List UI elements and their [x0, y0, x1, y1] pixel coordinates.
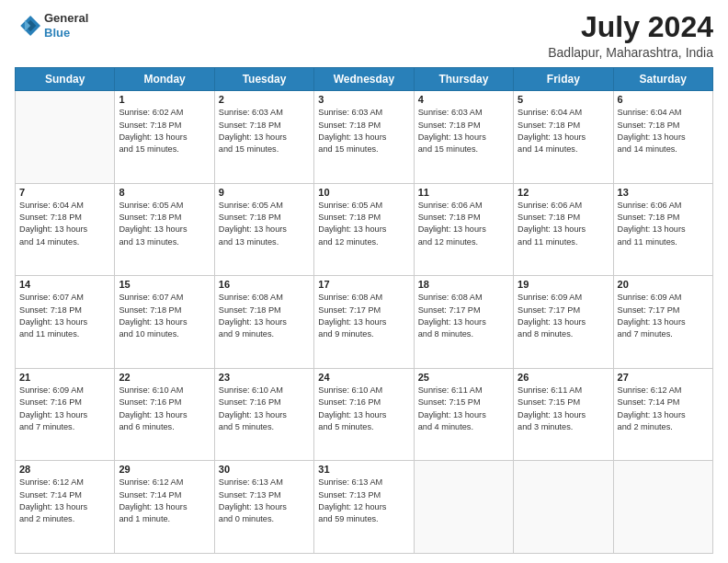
day-cell [16, 91, 115, 184]
day-cell: 11Sunrise: 6:06 AMSunset: 7:18 PMDayligh… [414, 183, 513, 276]
day-info: Sunrise: 6:13 AMSunset: 7:13 PMDaylight:… [318, 477, 409, 525]
day-info: Sunrise: 6:12 AMSunset: 7:14 PMDaylight:… [19, 477, 110, 525]
day-info: Sunrise: 6:09 AMSunset: 7:16 PMDaylight:… [19, 385, 110, 433]
page: General Blue July 2024 Badlapur, Maharas… [0, 0, 728, 563]
day-cell: 13Sunrise: 6:06 AMSunset: 7:18 PMDayligh… [613, 183, 712, 276]
logo-icon [15, 13, 40, 39]
day-cell: 9Sunrise: 6:05 AMSunset: 7:18 PMDaylight… [214, 183, 313, 276]
day-number: 31 [318, 464, 409, 475]
day-cell [514, 461, 613, 554]
day-cell: 18Sunrise: 6:08 AMSunset: 7:17 PMDayligh… [414, 276, 513, 369]
day-number: 24 [318, 372, 409, 383]
day-info: Sunrise: 6:11 AMSunset: 7:15 PMDaylight:… [418, 385, 509, 433]
day-info: Sunrise: 6:09 AMSunset: 7:17 PMDaylight:… [618, 292, 709, 340]
day-number: 27 [618, 372, 709, 383]
day-cell: 17Sunrise: 6:08 AMSunset: 7:17 PMDayligh… [314, 276, 414, 369]
day-cell: 7Sunrise: 6:04 AMSunset: 7:18 PMDaylight… [16, 183, 115, 276]
day-number: 2 [219, 94, 310, 105]
day-number: 5 [518, 94, 609, 105]
day-info: Sunrise: 6:12 AMSunset: 7:14 PMDaylight:… [618, 385, 709, 433]
day-info: Sunrise: 6:05 AMSunset: 7:18 PMDaylight:… [219, 200, 310, 248]
week-row-4: 21Sunrise: 6:09 AMSunset: 7:16 PMDayligh… [16, 368, 713, 461]
day-info: Sunrise: 6:02 AMSunset: 7:18 PMDaylight:… [119, 107, 210, 155]
day-header-tuesday: Tuesday [214, 68, 313, 91]
calendar-table: SundayMondayTuesdayWednesdayThursdayFrid… [15, 67, 713, 554]
day-header-friday: Friday [514, 68, 613, 91]
day-info: Sunrise: 6:10 AMSunset: 7:16 PMDaylight:… [318, 385, 409, 433]
day-info: Sunrise: 6:13 AMSunset: 7:13 PMDaylight:… [219, 477, 310, 525]
day-info: Sunrise: 6:06 AMSunset: 7:18 PMDaylight:… [518, 200, 609, 248]
day-cell: 20Sunrise: 6:09 AMSunset: 7:17 PMDayligh… [613, 276, 712, 369]
day-info: Sunrise: 6:04 AMSunset: 7:18 PMDaylight:… [19, 200, 110, 248]
day-info: Sunrise: 6:07 AMSunset: 7:18 PMDaylight:… [19, 292, 110, 340]
day-number: 26 [518, 372, 609, 383]
calendar-header-row: SundayMondayTuesdayWednesdayThursdayFrid… [16, 68, 713, 91]
day-number: 3 [318, 94, 409, 105]
day-cell: 27Sunrise: 6:12 AMSunset: 7:14 PMDayligh… [613, 368, 712, 461]
day-info: Sunrise: 6:04 AMSunset: 7:18 PMDaylight:… [618, 107, 709, 155]
day-cell: 21Sunrise: 6:09 AMSunset: 7:16 PMDayligh… [16, 368, 115, 461]
day-number: 23 [219, 372, 310, 383]
day-number: 29 [119, 464, 210, 475]
day-number: 25 [418, 372, 509, 383]
logo-text: General Blue [44, 11, 88, 40]
day-info: Sunrise: 6:06 AMSunset: 7:18 PMDaylight:… [418, 200, 509, 248]
day-number: 14 [19, 279, 110, 290]
day-cell: 5Sunrise: 6:04 AMSunset: 7:18 PMDaylight… [514, 91, 613, 184]
day-number: 11 [418, 187, 509, 198]
day-header-thursday: Thursday [414, 68, 513, 91]
location: Badlapur, Maharashtra, India [548, 45, 713, 60]
day-info: Sunrise: 6:03 AMSunset: 7:18 PMDaylight:… [219, 107, 310, 155]
day-number: 9 [219, 187, 310, 198]
day-cell: 15Sunrise: 6:07 AMSunset: 7:18 PMDayligh… [115, 276, 214, 369]
day-number: 28 [19, 464, 110, 475]
day-cell: 31Sunrise: 6:13 AMSunset: 7:13 PMDayligh… [314, 461, 414, 554]
month-year: July 2024 [548, 11, 713, 43]
day-cell: 29Sunrise: 6:12 AMSunset: 7:14 PMDayligh… [115, 461, 214, 554]
day-header-saturday: Saturday [613, 68, 712, 91]
day-number: 20 [618, 279, 709, 290]
logo-line1: General [44, 11, 88, 26]
day-cell: 30Sunrise: 6:13 AMSunset: 7:13 PMDayligh… [214, 461, 313, 554]
day-cell: 16Sunrise: 6:08 AMSunset: 7:18 PMDayligh… [214, 276, 313, 369]
day-cell: 14Sunrise: 6:07 AMSunset: 7:18 PMDayligh… [16, 276, 115, 369]
day-info: Sunrise: 6:09 AMSunset: 7:17 PMDaylight:… [518, 292, 609, 340]
day-info: Sunrise: 6:08 AMSunset: 7:18 PMDaylight:… [219, 292, 310, 340]
day-info: Sunrise: 6:03 AMSunset: 7:18 PMDaylight:… [418, 107, 509, 155]
day-cell: 6Sunrise: 6:04 AMSunset: 7:18 PMDaylight… [613, 91, 712, 184]
day-info: Sunrise: 6:03 AMSunset: 7:18 PMDaylight:… [318, 107, 409, 155]
day-cell: 22Sunrise: 6:10 AMSunset: 7:16 PMDayligh… [115, 368, 214, 461]
day-info: Sunrise: 6:10 AMSunset: 7:16 PMDaylight:… [219, 385, 310, 433]
day-number: 12 [518, 187, 609, 198]
day-number: 17 [318, 279, 409, 290]
week-row-3: 14Sunrise: 6:07 AMSunset: 7:18 PMDayligh… [16, 276, 713, 369]
day-number: 18 [418, 279, 509, 290]
day-number: 13 [618, 187, 709, 198]
day-number: 10 [318, 187, 409, 198]
day-cell: 24Sunrise: 6:10 AMSunset: 7:16 PMDayligh… [314, 368, 414, 461]
day-number: 7 [19, 187, 110, 198]
day-cell: 2Sunrise: 6:03 AMSunset: 7:18 PMDaylight… [214, 91, 313, 184]
day-cell: 8Sunrise: 6:05 AMSunset: 7:18 PMDaylight… [115, 183, 214, 276]
day-number: 16 [219, 279, 310, 290]
day-number: 1 [119, 94, 210, 105]
week-row-1: 1Sunrise: 6:02 AMSunset: 7:18 PMDaylight… [16, 91, 713, 184]
day-number: 15 [119, 279, 210, 290]
day-info: Sunrise: 6:08 AMSunset: 7:17 PMDaylight:… [418, 292, 509, 340]
day-info: Sunrise: 6:06 AMSunset: 7:18 PMDaylight:… [618, 200, 709, 248]
day-number: 4 [418, 94, 509, 105]
week-row-2: 7Sunrise: 6:04 AMSunset: 7:18 PMDaylight… [16, 183, 713, 276]
title-block: July 2024 Badlapur, Maharashtra, India [548, 11, 713, 60]
day-header-monday: Monday [115, 68, 214, 91]
day-number: 19 [518, 279, 609, 290]
day-info: Sunrise: 6:07 AMSunset: 7:18 PMDaylight:… [119, 292, 210, 340]
day-header-wednesday: Wednesday [314, 68, 414, 91]
day-header-sunday: Sunday [16, 68, 115, 91]
day-number: 30 [219, 464, 310, 475]
day-cell: 26Sunrise: 6:11 AMSunset: 7:15 PMDayligh… [514, 368, 613, 461]
day-cell [613, 461, 712, 554]
day-cell: 25Sunrise: 6:11 AMSunset: 7:15 PMDayligh… [414, 368, 513, 461]
day-info: Sunrise: 6:10 AMSunset: 7:16 PMDaylight:… [119, 385, 210, 433]
day-info: Sunrise: 6:12 AMSunset: 7:14 PMDaylight:… [119, 477, 210, 525]
day-info: Sunrise: 6:04 AMSunset: 7:18 PMDaylight:… [518, 107, 609, 155]
